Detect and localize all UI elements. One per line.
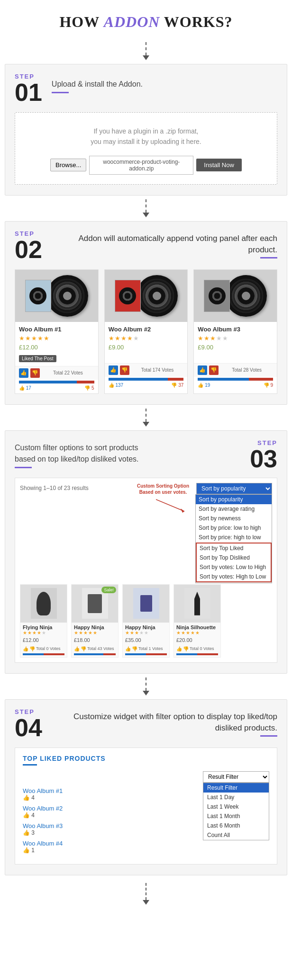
filter-p4-bar xyxy=(176,653,218,655)
like-button-1[interactable]: 👍 xyxy=(19,368,28,378)
title-prefix: How xyxy=(59,13,103,30)
album-item-4: Woo Album #4 👍 1 xyxy=(23,840,269,854)
result-option-week[interactable]: Last 1 Week xyxy=(203,802,269,811)
liked-badge: Liked The Post xyxy=(19,355,56,362)
step-04-underline xyxy=(260,735,277,737)
product-3-price: £9.00 xyxy=(198,344,273,351)
result-filter-dropdown: Result Filter Last 1 Day Last 1 Week Las… xyxy=(203,783,269,840)
result-option-filter[interactable]: Result Filter xyxy=(203,783,269,793)
install-now-button[interactable]: Install Now xyxy=(196,159,242,171)
step-01-title: Upload & install the Addon. xyxy=(52,79,277,90)
product-2-price: £9.00 xyxy=(109,344,184,351)
svg-marker-1 xyxy=(181,508,184,513)
dropdown-option-popularity[interactable]: Sort by popularity xyxy=(196,495,272,504)
result-filter-container: Result Filter Result Filter Last 1 Day L… xyxy=(203,771,269,783)
dislike-button-3[interactable]: 👎 xyxy=(209,365,219,375)
arrow-down-2 xyxy=(0,196,292,221)
filter-p4-price: £20.00 xyxy=(176,637,218,643)
widget-title: TOP LIKED PRODUCTS xyxy=(23,755,269,762)
step-04-label: STEP 04 xyxy=(15,708,42,740)
result-option-day[interactable]: Last 1 Day xyxy=(203,793,269,802)
filter-p1-price: £12.00 xyxy=(23,637,64,643)
vote-numbers-2: 👍 137 👎 37 xyxy=(105,383,188,391)
filter-p1-vote: 👍 👎 Total 0 Votes xyxy=(20,645,67,653)
step-01-label: STEP 01 xyxy=(15,73,42,105)
result-option-6month[interactable]: Last 6 Month xyxy=(203,821,269,830)
filter-p1-name: Flying Ninja xyxy=(23,624,64,630)
dropdown-option-votes-high[interactable]: Sort by votes: High to Low xyxy=(197,572,271,581)
arrow-down-4 xyxy=(0,674,292,699)
step-01-underline xyxy=(52,92,69,93)
upload-hint: If you have a plugin in a .zip format, y… xyxy=(25,126,267,147)
page-header: How ADDON Works? xyxy=(0,0,292,38)
step-04-num: 04 xyxy=(15,715,42,740)
filter-p2-name: Happy Ninja xyxy=(74,624,116,630)
step-02-underline xyxy=(260,257,277,258)
filter-product-2: Sale! Happy Ninja ★★★★★ £18.00 👍 👎 Total… xyxy=(71,584,119,658)
like-button-2[interactable]: 👍 xyxy=(109,365,118,375)
product-3-stars: ★★★★★ xyxy=(198,335,273,342)
dropdown-list: Sort by popularity Sort by average ratin… xyxy=(195,494,272,583)
product-card-1: Woo Album #1 ★★★★★ £12.00 Liked The Post… xyxy=(15,269,99,394)
product-card-2: Woo Album #2 ★★★★★ £9.00 👍 👎 Total 174 V… xyxy=(104,269,188,394)
product-image-2 xyxy=(105,270,188,322)
dropdown-option-avg-rating[interactable]: Sort by average rating xyxy=(196,504,272,514)
filter-product-3: Happy Ninja ★★★★★ £35.00 👍 👎 Total 1 Vot… xyxy=(122,584,170,658)
browse-button[interactable]: Browse... xyxy=(50,159,86,171)
step-04-title: Customize widget with filter option to d… xyxy=(42,708,277,737)
custom-sorting-label: Custom Sorting OptionBased on user votes… xyxy=(132,483,194,495)
product-2-stars: ★★★★★ xyxy=(109,335,184,342)
like-button-3[interactable]: 👍 xyxy=(198,365,207,375)
result-option-all[interactable]: Count All xyxy=(203,830,269,840)
vote-count-3: Total 28 Votes xyxy=(220,367,273,373)
product-1-stars: ★★★★★ xyxy=(19,335,94,342)
vote-numbers-3: 👍 19 👎 9 xyxy=(194,383,277,391)
step-02-num: 02 xyxy=(15,237,42,262)
product-card-3: Woo Album #3 ★★★★★ £9.00 👍 👎 Total 28 Vo… xyxy=(193,269,277,394)
step-04-block: STEP 04 Customize widget with filter opt… xyxy=(5,699,287,875)
dislike-button-2[interactable]: 👎 xyxy=(120,365,129,375)
red-arrow-svg xyxy=(156,497,194,516)
product-2-name: Woo Album #2 xyxy=(109,326,184,333)
album-4-link[interactable]: Woo Album #4 xyxy=(23,840,269,847)
widget-demo: TOP LIKED PRODUCTS Result Filter Result … xyxy=(15,748,277,864)
step-02-label: STEP 02 xyxy=(15,230,42,262)
dropdown-option-price-high[interactable]: Sort by price: high to low xyxy=(196,533,272,542)
product-2-vote-row: 👍 👎 Total 174 Votes xyxy=(105,363,188,377)
step-03-num: 03 xyxy=(250,446,277,471)
step-03-title: Custom filter options to sort products b… xyxy=(15,442,157,465)
dropdown-option-top-liked[interactable]: Sort by Top Liked xyxy=(197,543,271,553)
filter-p4-stars: ★★★★★ xyxy=(176,630,218,635)
filter-product-img-4 xyxy=(174,585,220,623)
filter-product-1: Flying Ninja ★★★★★ £12.00 👍 👎 Total 0 Vo… xyxy=(20,584,67,658)
result-filter-select[interactable]: Result Filter xyxy=(203,771,269,783)
arrow-down-3 xyxy=(0,405,292,430)
product-3-vote-row: 👍 👎 Total 28 Votes xyxy=(194,363,277,377)
results-count: Showing 1–10 of 23 results xyxy=(20,483,89,491)
filter-demo: Showing 1–10 of 23 results Custom Sortin… xyxy=(15,478,277,663)
result-option-month[interactable]: Last 1 Month xyxy=(203,811,269,821)
dropdown-option-votes-low[interactable]: Sort by votes: Low to High xyxy=(197,562,271,572)
sort-container: Custom Sorting OptionBased on user votes… xyxy=(196,483,272,494)
product-3-name: Woo Album #3 xyxy=(198,326,273,333)
filter-demo-top: Showing 1–10 of 23 results Custom Sortin… xyxy=(20,483,272,494)
step-02-block: STEP 02 Addon will automatically append … xyxy=(5,221,287,405)
sort-dropdown[interactable]: Sort by popularity xyxy=(196,483,272,494)
vote-numbers-1: 👍 17 👎 5 xyxy=(15,385,98,393)
dropdown-option-price-low[interactable]: Sort by price: low to high xyxy=(196,523,272,533)
widget-underline xyxy=(23,764,37,766)
vote-bar-2 xyxy=(109,378,184,381)
dropdown-option-newness[interactable]: Sort by newness xyxy=(196,514,272,523)
file-input-row: Browse... woocommerce-product-voting-add… xyxy=(25,156,267,175)
vote-bar-3 xyxy=(198,378,273,381)
product-1-vote-row: 👍 👎 Total 22 Votes xyxy=(15,366,98,380)
filter-p3-price: £35.00 xyxy=(125,637,167,643)
dislike-button-1[interactable]: 👎 xyxy=(30,368,40,378)
dropdown-option-top-disliked[interactable]: Sort by Top Disliked xyxy=(197,553,271,562)
filter-p3-bar xyxy=(125,653,167,655)
step-03-underline xyxy=(15,467,32,468)
sale-badge: Sale! xyxy=(101,587,116,593)
filter-product-4: Ninja Silhouette ★★★★★ £20.00 👍 👎 Total … xyxy=(173,584,221,658)
product-image-3 xyxy=(194,270,277,322)
widget-result-row: Result Filter Result Filter Last 1 Day L… xyxy=(23,771,269,783)
